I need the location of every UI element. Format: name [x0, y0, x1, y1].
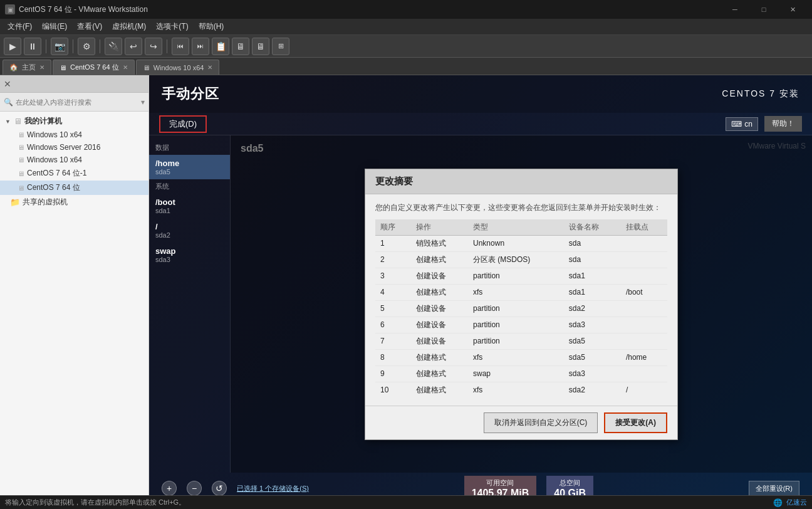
titlebar-icon: ▣ — [5, 4, 15, 14]
table-row: partition — [468, 333, 564, 349]
partition-item-boot[interactable]: /boot sda1 — [149, 194, 230, 218]
sidebar-item-win10-1[interactable]: 🖥 Windows 10 x64 — [0, 129, 148, 141]
col-mount: 挂载点 — [621, 219, 667, 236]
toolbar-btn-a[interactable]: ⏮ — [172, 38, 189, 55]
sidebar-item-winserver[interactable]: 🖥 Windows Server 2016 — [0, 141, 148, 154]
tab-win10-icon: 🖥 — [143, 64, 150, 71]
toolbar-btn-b[interactable]: ⏭ — [192, 38, 209, 55]
sidebar-close-icon[interactable]: ✕ — [4, 79, 11, 89]
close-button[interactable]: ✕ — [778, 0, 807, 19]
col-seq: 顺序 — [375, 219, 411, 236]
vm-label-1: Windows 10 x64 — [27, 130, 82, 139]
vm-content[interactable]: 手动分区 CENTOS 7 安装 完成(D) ⌨ cn 帮助！ — [149, 75, 812, 495]
swap-mount-point: swap — [155, 246, 224, 256]
vm-label-2: Windows Server 2016 — [27, 143, 100, 152]
sidebar-item-win10-2[interactable]: 🖥 Windows 10 x64 — [0, 154, 148, 166]
reset-all-button[interactable]: 全部重设(R) — [749, 481, 799, 496]
tab-win10[interactable]: 🖥 Windows 10 x64 ✕ — [136, 60, 220, 75]
sidebar-item-centos2[interactable]: 🖥 CentOS 7 64 位 — [0, 181, 148, 195]
toolbar-btn-e[interactable]: 🖥 — [252, 38, 269, 55]
toolbar-btn-snapshot[interactable]: 📷 — [51, 38, 68, 55]
menu-edit[interactable]: 编辑(E) — [37, 20, 72, 33]
done-button[interactable]: 完成(D) — [159, 115, 207, 133]
refresh-button[interactable]: ↺ — [212, 481, 227, 495]
help-button[interactable]: 帮助！ — [764, 116, 802, 132]
add-partition-button[interactable]: + — [162, 481, 177, 495]
table-row: 分区表 (MSDOS) — [468, 251, 564, 268]
toolbar-btn-back[interactable]: ↩ — [125, 38, 142, 55]
table-row: sda3 — [564, 317, 621, 333]
table-row — [621, 365, 667, 382]
keyboard-selector[interactable]: ⌨ cn — [726, 117, 758, 131]
section-title: 手动分区 — [162, 85, 219, 103]
toolbar-btn-power[interactable]: 🔌 — [105, 38, 122, 55]
dialog-body: 您的自定义更改将产生以下变更，这些变更将会在您返回到主菜单并开始安装时生效： 顺… — [365, 194, 677, 406]
sidebar-search[interactable]: 🔍 ▾ — [0, 93, 148, 112]
table-row: 4 — [375, 284, 411, 300]
partition-item-root[interactable]: / sda2 — [149, 218, 230, 243]
menu-tab[interactable]: 选项卡(T) — [151, 20, 193, 33]
root-mount-point: / — [155, 222, 224, 231]
sidebar-item-centos1[interactable]: 🖥 CentOS 7 64 位-1 — [0, 166, 148, 181]
tab-centos-close[interactable]: ✕ — [123, 64, 128, 71]
vm-icon-4: 🖥 — [18, 170, 24, 177]
accept-changes-button[interactable]: 接受更改(A) — [604, 412, 667, 433]
toolbar-sep-3 — [100, 39, 100, 53]
tab-centos-icon: 🖥 — [60, 64, 66, 71]
change-table: 顺序 操作 类型 设备名称 挂载点 — [375, 219, 667, 398]
sidebar-item-shared[interactable]: 📁 共享的虚拟机 — [0, 195, 148, 209]
sidebar-item-my-computer[interactable]: ▼ 🖥 我的计算机 — [0, 114, 148, 129]
partition-area: 数据 /home sda5 系统 /boot sda1 / sda2 — [149, 135, 812, 473]
toolbar-btn-play[interactable]: ▶ — [4, 38, 21, 55]
table-row: sda5 — [564, 333, 621, 349]
table-row: partition — [468, 300, 564, 317]
table-row: xfs — [468, 382, 564, 398]
toolbar-btn-fwd[interactable]: ↪ — [145, 38, 162, 55]
network-icon: 🌐 — [773, 498, 783, 507]
change-summary-dialog: 更改摘要 您的自定义更改将产生以下变更，这些变更将会在您返回到主菜单并开始安装时… — [365, 169, 678, 440]
table-row: 5 — [375, 300, 411, 317]
menu-view[interactable]: 查看(V) — [72, 20, 107, 33]
toolbar-btn-pause[interactable]: ⏸ — [24, 38, 41, 55]
table-row: 创建设备 — [411, 333, 468, 349]
table-row: 3 — [375, 268, 411, 284]
partition-item-home[interactable]: /home sda5 — [149, 155, 230, 179]
toolbar-btn-f[interactable]: ⊞ — [272, 38, 289, 55]
swap-device: sda3 — [155, 256, 224, 263]
search-dropdown-icon[interactable]: ▾ — [141, 98, 145, 107]
table-row — [621, 235, 667, 251]
tab-centos[interactable]: 🖥 CentOS 7 64 位 ✕ — [53, 60, 135, 75]
table-row: xfs — [468, 284, 564, 300]
storage-select-link[interactable]: 已选择 1 个存储设备(S) — [237, 484, 309, 493]
tab-win10-close[interactable]: ✕ — [207, 64, 212, 71]
partition-item-swap[interactable]: swap sda3 — [149, 243, 230, 267]
tab-home[interactable]: 🏠 主页 ✕ — [3, 60, 51, 75]
root-device: sda2 — [155, 231, 224, 239]
toolbar-btn-settings[interactable]: ⚙ — [78, 38, 95, 55]
installer-background: 手动分区 CENTOS 7 安装 完成(D) ⌨ cn 帮助！ — [149, 75, 812, 495]
maximize-button[interactable]: □ — [749, 0, 778, 19]
toolbar-btn-d[interactable]: 🖥 — [232, 38, 249, 55]
table-row: /home — [621, 349, 667, 365]
toolbar-btn-c[interactable]: 📋 — [212, 38, 229, 55]
menu-file[interactable]: 文件(F) — [3, 20, 37, 33]
col-op: 操作 — [411, 219, 468, 236]
table-row: swap — [468, 365, 564, 382]
brand-label: 亿速云 — [786, 498, 807, 507]
installer-bottom: + − ↺ 已选择 1 个存储设备(S) 可用空间 1405.97 MiB 总空… — [149, 473, 812, 495]
search-input[interactable] — [16, 98, 138, 106]
tab-home-close[interactable]: ✕ — [39, 64, 44, 71]
minimize-button[interactable]: ─ — [721, 0, 749, 19]
vm-label-4: CentOS 7 64 位-1 — [27, 168, 86, 179]
remove-partition-button[interactable]: − — [187, 481, 202, 495]
cancel-partition-button[interactable]: 取消并返回到自定义分区(C) — [484, 412, 598, 433]
table-row: 1 — [375, 235, 411, 251]
dialog-footer: 取消并返回到自定义分区(C) 接受更改(A) — [365, 406, 677, 439]
sidebar: ✕ 🔍 ▾ ▼ 🖥 我的计算机 🖥 Windows 10 x64 🖥 Windo… — [0, 75, 149, 495]
vm-screen[interactable]: 手动分区 CENTOS 7 安装 完成(D) ⌨ cn 帮助！ — [149, 75, 812, 495]
menu-vm[interactable]: 虚拟机(M) — [107, 20, 151, 33]
folder-icon-shared: 📁 — [10, 197, 20, 207]
table-row: sda2 — [564, 382, 621, 398]
installer-header: 手动分区 CENTOS 7 安装 — [149, 75, 812, 113]
menu-help[interactable]: 帮助(H) — [194, 20, 229, 33]
